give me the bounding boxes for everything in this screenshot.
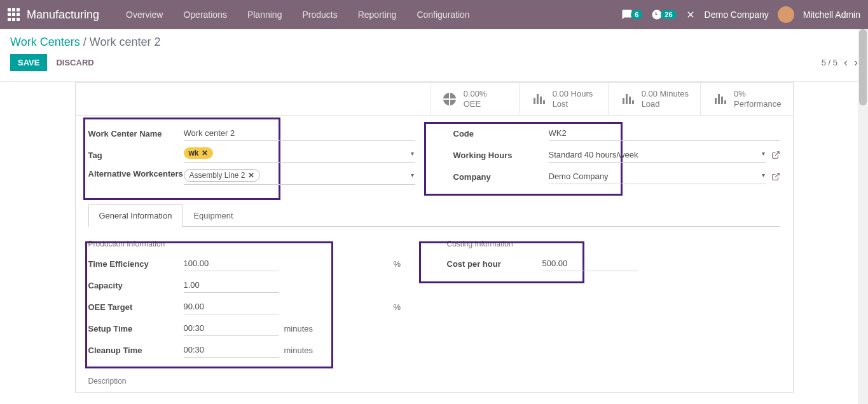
app-brand[interactable]: Manufacturing [27, 8, 99, 22]
cap-input[interactable] [184, 278, 279, 293]
bars-icon [531, 91, 546, 107]
messages-icon[interactable]: 6 [621, 9, 642, 20]
company-switcher[interactable]: Demo Company [705, 10, 769, 20]
oeet-input[interactable] [184, 299, 279, 314]
user-menu[interactable]: Mitchell Admin [803, 10, 860, 20]
clean-label: Cleanup Time [88, 346, 184, 355]
cph-input[interactable] [542, 256, 638, 271]
tag-pill: wk✕ [184, 147, 213, 159]
tab-equipment[interactable]: Equipment [183, 204, 244, 227]
tab-general[interactable]: General Information [88, 204, 183, 227]
avatar[interactable] [778, 6, 794, 23]
topbar: Manufacturing Overview Operations Planni… [0, 0, 868, 29]
messages-badge: 6 [631, 10, 642, 19]
menu-planning[interactable]: Planning [238, 6, 291, 24]
chevron-down-icon: ▾ [411, 150, 414, 157]
save-button[interactable]: SAVE [10, 54, 47, 71]
pager-text: 5 / 5 [822, 58, 837, 67]
alt-input[interactable]: Assembly Line 2✕ ▾ [184, 169, 415, 185]
alt-pill: Assembly Line 2✕ [184, 169, 260, 182]
eff-unit: % [394, 259, 401, 269]
menu-overview[interactable]: Overview [117, 6, 172, 24]
hours-label: Working Hours [453, 151, 549, 160]
chevron-down-icon: ▾ [411, 172, 414, 178]
main-menu: Overview Operations Planning Products Re… [117, 6, 479, 24]
topbar-right: 6 26 Demo Company Mitchell Admin [621, 6, 860, 23]
bars-icon [712, 91, 727, 107]
menu-operations[interactable]: Operations [174, 6, 235, 24]
breadcrumb-row: Work Centers / Work center 2 [0, 29, 868, 49]
tag-input[interactable]: wk✕ ▾ [184, 147, 415, 163]
description-label: Description [76, 377, 793, 392]
company-input[interactable] [549, 169, 766, 184]
debug-icon[interactable] [685, 10, 696, 20]
tag-remove-icon[interactable]: ✕ [202, 149, 208, 158]
alt-remove-icon[interactable]: ✕ [248, 171, 254, 180]
menu-products[interactable]: Products [293, 6, 346, 24]
tab-bar: General Information Equipment [88, 204, 780, 227]
clean-unit: minutes [284, 346, 313, 355]
stat-bar: 0.00%OEE 0.00 HoursLost 0.00 MinutesLoad… [76, 83, 793, 116]
stat-performance[interactable]: 0%Performance [700, 83, 792, 115]
discard-button[interactable]: DISCARD [56, 58, 93, 67]
oeet-label: OEE Target [88, 302, 184, 312]
hours-input[interactable] [549, 147, 766, 163]
form-sheet: 0.00%OEE 0.00 HoursLost 0.00 MinutesLoad… [75, 82, 794, 393]
eff-label: Time Efficiency [88, 259, 184, 269]
name-input[interactable] [184, 126, 415, 141]
stat-lost[interactable]: 0.00 HoursLost [519, 83, 608, 115]
pie-icon [442, 91, 457, 107]
cap-label: Capacity [88, 281, 184, 290]
name-label: Work Center Name [88, 129, 184, 138]
breadcrumb-current: Work center 2 [90, 36, 161, 48]
clean-input[interactable] [184, 342, 279, 358]
apps-icon[interactable] [8, 8, 20, 21]
stat-oee[interactable]: 0.00%OEE [430, 83, 519, 115]
company-label: Company [453, 172, 549, 182]
setup-label: Setup Time [88, 324, 184, 333]
action-row: SAVE DISCARD 5 / 5 ‹ › [0, 49, 868, 82]
stat-load[interactable]: 0.00 MinutesLoad [608, 83, 700, 115]
bars-icon [620, 91, 635, 107]
cph-label: Cost per hour [447, 259, 542, 269]
code-label: Code [453, 129, 549, 138]
menu-configuration[interactable]: Configuration [408, 6, 478, 24]
menu-reporting[interactable]: Reporting [349, 6, 406, 24]
pager: 5 / 5 ‹ › [822, 56, 858, 69]
cost-group-title: Costing Information [447, 239, 780, 248]
external-link-icon[interactable] [771, 172, 780, 181]
oeet-unit: % [394, 302, 401, 312]
external-link-icon[interactable] [771, 151, 780, 159]
prod-group-title: Production Information [88, 239, 422, 248]
code-input[interactable] [549, 126, 780, 141]
scrollbar-thumb[interactable] [859, 29, 867, 105]
tag-label: Tag [88, 151, 184, 160]
setup-input[interactable] [184, 321, 279, 336]
eff-input[interactable] [184, 256, 279, 271]
activities-badge: 26 [661, 10, 676, 19]
alt-label: Alternative Workcenters [88, 169, 184, 178]
scrollbar[interactable] [858, 29, 868, 404]
activities-icon[interactable]: 26 [651, 9, 676, 20]
breadcrumb: Work Centers / Work center 2 [10, 36, 160, 49]
setup-unit: minutes [284, 324, 313, 333]
pager-prev-icon[interactable]: ‹ [844, 56, 848, 69]
breadcrumb-root[interactable]: Work Centers [10, 36, 80, 48]
